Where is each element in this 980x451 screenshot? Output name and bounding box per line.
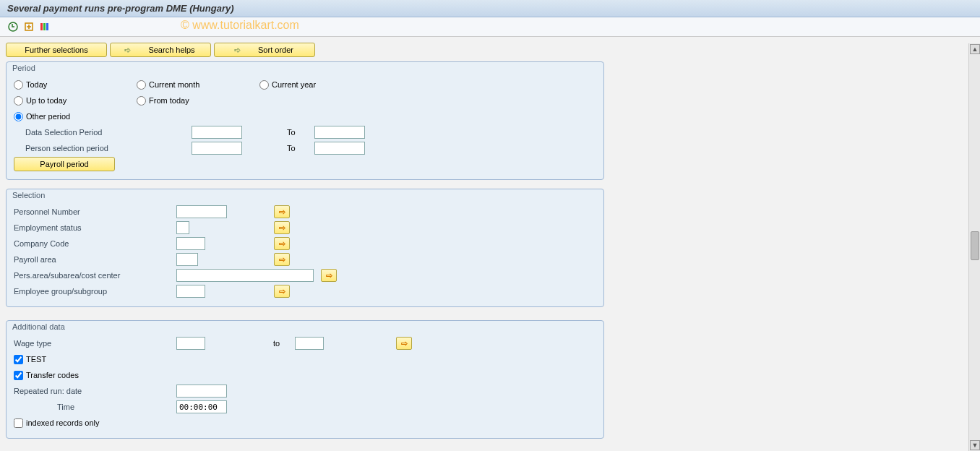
execute-icon[interactable] xyxy=(7,21,19,33)
indexed-records-checkbox[interactable]: indexed records only xyxy=(14,418,100,428)
employment-status-input[interactable] xyxy=(176,221,189,234)
payroll-area-input[interactable] xyxy=(176,253,198,266)
additional-data-group: Additional data Wage type to ⇨ TEST Tran… xyxy=(6,320,604,439)
svg-rect-3 xyxy=(43,23,46,30)
pers-area-label: Pers.area/subarea/cost center xyxy=(14,271,176,280)
wage-type-more-button[interactable]: ⇨ xyxy=(396,337,412,350)
arrow-right-icon: ⇨ xyxy=(279,207,285,217)
radio-up-to-today-label: Up to today xyxy=(26,96,66,105)
data-selection-from-input[interactable] xyxy=(192,126,242,139)
radio-today[interactable]: Today xyxy=(14,80,137,90)
data-selection-to-input[interactable] xyxy=(314,126,365,139)
employment-status-more-button[interactable]: ⇨ xyxy=(274,221,290,234)
selection-group: Selection Personnel Number ⇨ Employment … xyxy=(6,189,604,307)
personnel-number-input[interactable] xyxy=(176,205,227,218)
radio-today-label: Today xyxy=(26,80,47,89)
additional-data-legend: Additional data xyxy=(7,321,603,331)
pers-area-more-button[interactable]: ⇨ xyxy=(321,269,337,282)
payroll-area-label: Payroll area xyxy=(14,255,176,264)
wage-type-label: Wage type xyxy=(14,339,176,348)
time-input[interactable] xyxy=(176,400,227,413)
to-label: To xyxy=(287,128,314,137)
color-legend-icon[interactable] xyxy=(39,21,51,33)
watermark: © www.tutorialkart.com xyxy=(181,19,299,32)
radio-other-period[interactable]: Other period xyxy=(14,112,137,121)
sort-order-button[interactable]: ➪ Sort order xyxy=(214,43,315,57)
search-helps-button[interactable]: ➪ Search helps xyxy=(110,43,211,57)
person-selection-to-input[interactable] xyxy=(314,142,365,155)
transfer-codes-checkbox[interactable]: Transfer codes xyxy=(14,371,79,380)
page-title: Several payment runs pre-program DME (Hu… xyxy=(0,0,980,17)
wage-type-to-label: to xyxy=(273,339,295,348)
company-code-more-button[interactable]: ⇨ xyxy=(274,237,290,250)
arrow-right-icon: ⇨ xyxy=(279,255,285,265)
repeated-run-label: Repeated run: date xyxy=(14,387,176,395)
arrow-right-icon: ⇨ xyxy=(279,239,285,249)
radio-current-year-label: Current year xyxy=(272,80,316,89)
personnel-number-more-button[interactable]: ⇨ xyxy=(274,205,290,218)
payroll-period-button[interactable]: Payroll period xyxy=(14,157,115,171)
wage-type-to-input[interactable] xyxy=(295,337,324,350)
repeated-run-date-input[interactable] xyxy=(176,385,227,398)
vertical-scrollbar[interactable]: ▲ ▼ xyxy=(968,43,980,451)
arrow-right-icon: ➪ xyxy=(234,46,241,55)
radio-from-today[interactable]: From today xyxy=(137,96,259,106)
get-variant-icon[interactable] xyxy=(23,21,35,33)
sort-order-label: Sort order xyxy=(258,46,293,54)
main-content: Further selections ➪ Search helps ➪ Sort… xyxy=(0,37,951,451)
employment-status-label: Employment status xyxy=(14,223,176,232)
payroll-area-more-button[interactable]: ⇨ xyxy=(274,253,290,266)
employee-group-input[interactable] xyxy=(176,285,205,298)
arrow-right-icon: ⇨ xyxy=(279,287,285,296)
wage-type-from-input[interactable] xyxy=(176,337,205,350)
person-selection-from-input[interactable] xyxy=(192,142,242,155)
company-code-input[interactable] xyxy=(176,237,205,250)
selection-button-bar: Further selections ➪ Search helps ➪ Sort… xyxy=(6,43,945,57)
test-checkbox[interactable]: TEST xyxy=(14,355,46,364)
radio-current-month[interactable]: Current month xyxy=(137,80,259,90)
app-toolbar: © www.tutorialkart.com xyxy=(0,17,980,37)
radio-up-to-today[interactable]: Up to today xyxy=(14,96,137,106)
arrow-right-icon: ➪ xyxy=(124,46,131,55)
radio-current-year[interactable]: Current year xyxy=(259,80,382,90)
period-group: Period Today Current month Current year … xyxy=(6,61,604,180)
employee-group-label: Employee group/subgroup xyxy=(14,287,176,296)
selection-legend: Selection xyxy=(7,189,603,199)
test-checkbox-label: TEST xyxy=(26,355,46,364)
arrow-right-icon: ⇨ xyxy=(326,271,332,280)
radio-from-today-label: From today xyxy=(149,96,189,105)
further-selections-button[interactable]: Further selections xyxy=(6,43,107,57)
scroll-thumb[interactable] xyxy=(971,231,979,260)
company-code-label: Company Code xyxy=(14,239,176,248)
radio-other-period-label: Other period xyxy=(26,112,70,121)
person-selection-period-label: Person selection period xyxy=(14,144,176,153)
data-selection-period-label: Data Selection Period xyxy=(14,128,176,137)
search-helps-label: Search helps xyxy=(148,46,194,54)
svg-rect-4 xyxy=(46,23,48,30)
scroll-up-icon[interactable]: ▲ xyxy=(970,44,980,54)
arrow-right-icon: ⇨ xyxy=(401,339,408,348)
scroll-down-icon[interactable]: ▼ xyxy=(970,440,980,450)
personnel-number-label: Personnel Number xyxy=(14,207,176,216)
employee-group-more-button[interactable]: ⇨ xyxy=(274,285,290,298)
time-label: Time xyxy=(14,403,176,411)
pers-area-input[interactable] xyxy=(176,269,314,282)
radio-current-month-label: Current month xyxy=(149,80,199,89)
to-label-2: To xyxy=(287,144,314,153)
transfer-codes-checkbox-label: Transfer codes xyxy=(26,371,79,379)
svg-rect-2 xyxy=(40,23,43,30)
period-legend: Period xyxy=(7,62,603,72)
arrow-right-icon: ⇨ xyxy=(279,223,285,233)
indexed-records-checkbox-label: indexed records only xyxy=(26,418,100,427)
